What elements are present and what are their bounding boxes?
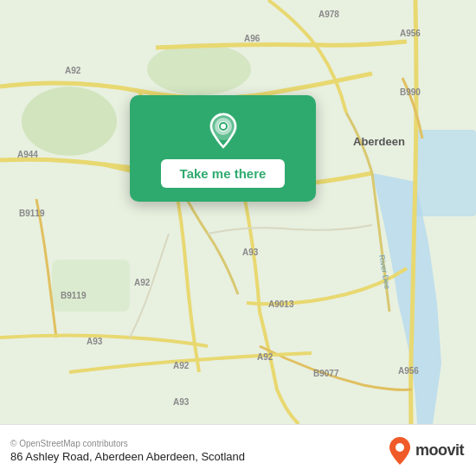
svg-text:B9077: B9077 [313, 369, 339, 378]
svg-text:B9119: B9119 [61, 291, 87, 300]
map-svg: A92 A96 A978 A956 B990 A944 B9119 B9119 … [0, 0, 476, 424]
svg-text:A92: A92 [257, 352, 273, 362]
location-pin-icon [203, 111, 243, 151]
address-text: 86 Ashley Road, Aberdeen Aberdeen, Scotl… [10, 450, 245, 463]
location-card[interactable]: Take me there [130, 95, 316, 202]
moovit-wordmark: moovit [415, 441, 464, 460]
svg-text:A93: A93 [173, 397, 190, 407]
svg-text:A92: A92 [134, 278, 151, 287]
svg-text:A956: A956 [400, 29, 421, 38]
svg-point-28 [221, 124, 226, 129]
svg-text:A956: A956 [398, 366, 419, 376]
svg-text:A92: A92 [65, 66, 81, 75]
svg-text:B990: B990 [400, 87, 421, 97]
app: A92 A96 A978 A956 B990 A944 B9119 B9119 … [0, 0, 476, 476]
svg-text:A978: A978 [318, 10, 339, 19]
svg-text:A944: A944 [17, 150, 38, 159]
svg-text:A93: A93 [87, 337, 103, 346]
svg-point-3 [147, 43, 251, 95]
svg-text:A92: A92 [173, 361, 190, 370]
osm-credit: © OpenStreetMap contributors [10, 439, 245, 448]
svg-text:B9119: B9119 [19, 209, 45, 218]
moovit-pin-icon [388, 436, 412, 466]
footer: © OpenStreetMap contributors 86 Ashley R… [0, 424, 476, 476]
svg-rect-4 [52, 260, 130, 312]
moovit-logo[interactable]: moovit [388, 436, 464, 466]
svg-rect-1 [415, 130, 476, 216]
take-me-there-button[interactable]: Take me there [161, 159, 286, 188]
svg-text:Aberdeen: Aberdeen [353, 135, 405, 148]
svg-point-29 [396, 443, 404, 452]
map-container: A92 A96 A978 A956 B990 A944 B9119 B9119 … [0, 0, 476, 424]
svg-text:A9013: A9013 [268, 299, 294, 309]
footer-left: © OpenStreetMap contributors 86 Ashley R… [10, 439, 245, 463]
svg-point-2 [22, 87, 117, 156]
svg-text:A93: A93 [242, 248, 259, 257]
svg-text:A96: A96 [244, 34, 261, 43]
